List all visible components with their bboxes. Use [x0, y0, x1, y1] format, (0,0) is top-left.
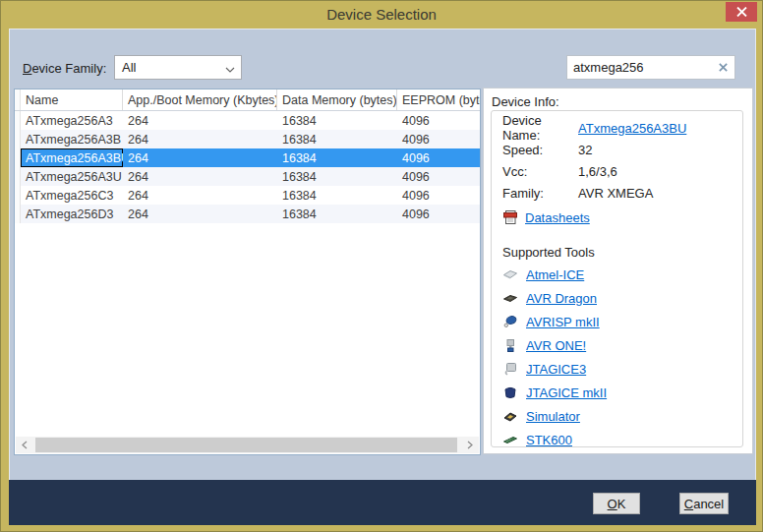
datasheets-row: Datasheets	[502, 206, 742, 229]
ok-button[interactable]: OK	[593, 493, 640, 514]
device-info-heading: Device Info:	[492, 94, 559, 109]
tool-link[interactable]: AVR Dragon	[526, 291, 597, 306]
scrollbar-thumb[interactable]	[35, 438, 457, 452]
table-row[interactable]: ATxmega256C3 264 16384 4096	[15, 186, 480, 205]
search-input[interactable]	[573, 60, 718, 75]
device-name-cell: ATxmega256A3BU	[21, 148, 123, 167]
device-selection-dialog: Device Selection Device Family: All	[0, 0, 763, 532]
tool-row: AVRISP mkII	[502, 310, 742, 333]
speed-label: Speed:	[502, 143, 578, 157]
device-name-row: Device Name: ATxmega256A3BU	[502, 117, 742, 139]
tool-link[interactable]: Simulator	[526, 409, 580, 424]
device-name-cell: ATxmega256D3	[21, 205, 123, 223]
tool-row: JTAGICE3	[502, 357, 742, 381]
avrisp-mkii-icon	[502, 314, 518, 329]
stk600-icon	[502, 432, 518, 447]
device-family-label: Device Family:	[23, 61, 106, 76]
table-row-selected[interactable]: ATxmega256A3BU 264 16384 4096	[15, 148, 480, 167]
device-name-cell: ATxmega256A3	[21, 111, 123, 130]
device-family-selected-value: All	[122, 60, 225, 75]
tool-link[interactable]: AVRISP mkII	[526, 315, 600, 329]
jtagice3-icon	[502, 361, 518, 377]
cancel-button[interactable]: Cancel	[679, 493, 729, 514]
scroll-right-icon[interactable]	[461, 437, 479, 453]
chevron-down-icon	[225, 59, 235, 77]
tool-row: Atmel-ICE	[502, 263, 742, 286]
column-header-eeprom[interactable]: EEPROM (bytes)	[397, 89, 480, 110]
family-row: Family: AVR XMEGA	[502, 182, 742, 204]
tool-row: AVR ONE!	[502, 333, 742, 357]
device-name-cell: ATxmega256C3	[21, 186, 123, 205]
close-button[interactable]	[726, 2, 757, 22]
vcc-value: 1,6/3,6	[578, 164, 617, 179]
device-family-dropdown[interactable]: All	[114, 55, 242, 80]
datasheets-link[interactable]: Datasheets	[525, 210, 590, 225]
simulator-icon	[502, 408, 518, 424]
tool-link[interactable]: AVR ONE!	[526, 338, 586, 353]
close-icon	[736, 3, 747, 21]
table-row[interactable]: ATxmega256A3 264 16384 4096	[15, 111, 480, 130]
table-row[interactable]: ATxmega256A3B 264 16384 4096	[15, 130, 480, 148]
scroll-left-icon[interactable]	[16, 437, 33, 453]
tool-link[interactable]: JTAGICE mkII	[526, 385, 607, 400]
tool-row: JTAGICE mkII	[502, 381, 742, 404]
device-name-link[interactable]: ATxmega256A3BU	[578, 121, 686, 136]
column-header-data-memory[interactable]: Data Memory (bytes)	[277, 89, 397, 110]
column-header-app-boot-memory[interactable]: App./Boot Memory (Kbytes)	[123, 89, 277, 110]
device-info-panel: Device Info: Device Name: ATxmega256A3BU…	[483, 88, 753, 454]
vcc-row: Vcc: 1,6/3,6	[502, 160, 742, 182]
jtagice-mkii-icon	[502, 384, 518, 400]
device-name-cell: ATxmega256A3B	[21, 130, 123, 148]
table-row[interactable]: ATxmega256A3U 264 16384 4096	[15, 167, 480, 186]
tool-link[interactable]: Atmel-ICE	[526, 267, 584, 282]
vcc-label: Vcc:	[502, 164, 578, 179]
table-header: Name App./Boot Memory (Kbytes) Data Memo…	[15, 89, 480, 111]
horizontal-scrollbar[interactable]	[16, 437, 479, 453]
device-search-box	[566, 55, 735, 80]
device-name-label: Device Name:	[502, 113, 578, 143]
tool-link[interactable]: STK600	[526, 433, 572, 447]
avr-one-icon	[502, 337, 518, 353]
supported-tools-heading: Supported Tools	[502, 245, 742, 263]
atmel-ice-icon	[502, 266, 518, 282]
device-table: Name App./Boot Memory (Kbytes) Data Memo…	[14, 89, 481, 455]
dialog-client-area: Device Family: All Name App./Boot Memory…	[9, 29, 756, 525]
speed-row: Speed: 32	[502, 139, 742, 160]
table-row[interactable]: ATxmega256D3 264 16384 4096	[15, 205, 480, 223]
family-label: Family:	[502, 186, 578, 201]
tool-row: AVR Dragon	[502, 286, 742, 310]
pdf-icon	[502, 209, 518, 225]
titlebar: Device Selection	[1, 1, 762, 29]
dialog-title: Device Selection	[1, 6, 762, 23]
speed-value: 32	[578, 143, 592, 157]
family-value: AVR XMEGA	[578, 186, 653, 201]
device-name-cell: ATxmega256A3U	[21, 167, 123, 186]
avr-dragon-icon	[502, 290, 518, 306]
tool-link[interactable]: JTAGICE3	[526, 362, 586, 377]
tool-row: Simulator	[502, 404, 742, 428]
dialog-footer: OK Cancel	[9, 480, 756, 525]
tool-row: STK600	[502, 428, 742, 447]
device-info-box: Device Name: ATxmega256A3BU Speed: 32 Vc…	[491, 110, 743, 447]
clear-search-icon[interactable]	[718, 62, 729, 73]
column-header-name[interactable]: Name	[21, 89, 123, 110]
